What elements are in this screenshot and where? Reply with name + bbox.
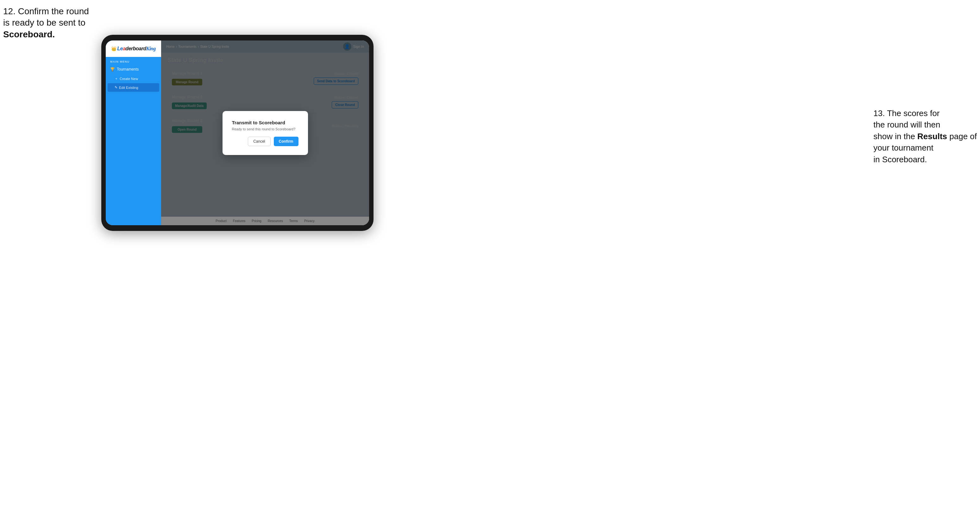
sidebar-item-edit-existing[interactable]: ✎ Edit Existing	[108, 83, 159, 92]
main-menu-label: MAIN MENU	[106, 57, 161, 65]
sidebar-tournaments-label: Tournaments	[117, 67, 138, 71]
logo-crown-icon: 👑	[111, 46, 116, 51]
modal-confirm-button[interactable]: Confirm	[274, 137, 299, 146]
annotation-right: 13. The scores for the round will then s…	[873, 108, 977, 165]
logo-area: 👑 LeaderboardKing	[106, 40, 161, 57]
annotation-top-left: 12. Confirm the round is ready to be sen…	[3, 6, 89, 40]
sidebar-item-tournaments[interactable]: 🏆 Tournaments	[106, 65, 161, 74]
sidebar-item-create-new[interactable]: ＋ Create New	[106, 74, 161, 83]
modal-overlay: Transmit to Scoreboard Ready to send thi…	[161, 40, 369, 225]
plus-icon: ＋	[115, 76, 118, 81]
modal-cancel-button[interactable]: Cancel	[248, 137, 270, 146]
modal-title: Transmit to Scoreboard	[232, 120, 299, 125]
tablet-frame: 👑 LeaderboardKing MAIN MENU 🏆 Tournament…	[101, 35, 374, 231]
edit-icon: ✎	[115, 86, 118, 89]
modal-buttons: Cancel Confirm	[232, 137, 299, 146]
app-container: 👑 LeaderboardKing MAIN MENU 🏆 Tournament…	[106, 40, 369, 225]
modal-box: Transmit to Scoreboard Ready to send thi…	[223, 111, 308, 155]
trophy-icon: 🏆	[110, 67, 115, 71]
sidebar: 👑 LeaderboardKing MAIN MENU 🏆 Tournament…	[106, 40, 161, 225]
sidebar-create-new-label: Create New	[120, 77, 138, 81]
sidebar-edit-existing-label: Edit Existing	[119, 86, 138, 89]
tablet-screen: 👑 LeaderboardKing MAIN MENU 🏆 Tournament…	[106, 40, 369, 225]
main-content: Home › Tournaments › State U Spring Invi…	[161, 40, 369, 225]
logo-text: LeaderboardKing	[117, 46, 156, 52]
modal-subtitle: Ready to send this round to Scoreboard?	[232, 127, 299, 131]
